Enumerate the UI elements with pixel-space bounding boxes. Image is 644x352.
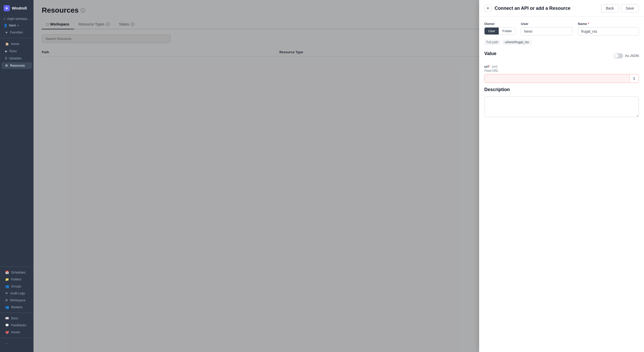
folders-label: Folders — [11, 278, 21, 281]
sidebar-item-audit-logs[interactable]: 👁 Audit Logs — [2, 290, 32, 297]
workspace-settings-label: Workspace — [10, 298, 26, 302]
url-sub-label: Feed URL — [484, 69, 639, 73]
owner-user-button[interactable]: User — [485, 28, 499, 34]
modal-title: Connect an API or add a Resource — [495, 6, 570, 11]
schedules-label: Schedules — [11, 271, 26, 274]
feedbacks-icon: 💬 — [5, 323, 9, 327]
home-icon: 🏠 — [5, 42, 9, 46]
divider-1 — [0, 38, 33, 38]
main-content: Resources i □ Workspace Resource Types i… — [33, 0, 644, 352]
url-label: url* (uri) — [484, 65, 639, 68]
url-required-indicator: * — [489, 65, 490, 68]
value-section: Value As JSON url* (uri) — [484, 51, 639, 83]
workspace-item[interactable]: □ virgin-workspa... — [0, 15, 33, 22]
close-icon: ✕ — [486, 6, 489, 10]
workspace-icon: □ — [4, 17, 5, 21]
app-logo: Windmill — [0, 3, 33, 15]
name-required-indicator: * — [588, 22, 589, 26]
sidebar-item-folders[interactable]: 📁 Folders — [2, 276, 32, 283]
url-label-text: url — [484, 65, 489, 68]
sidebar: Windmill □ virgin-workspa... 👤 henri ▾ ★… — [0, 0, 33, 352]
divider-3 — [0, 313, 33, 313]
docs-icon: 📖 — [5, 316, 9, 320]
sidebar-item-resources[interactable]: ⚙ Resources — [2, 62, 32, 69]
issues-label: Issues — [11, 330, 20, 334]
user-field-group: User — [521, 22, 573, 36]
sidebar-item-docs[interactable]: 📖 Docs — [2, 315, 32, 322]
audit-logs-label: Audit Logs — [10, 292, 25, 295]
url-input[interactable] — [484, 74, 630, 83]
as-json-toggle[interactable] — [614, 53, 623, 58]
resources-icon: ⚙ — [5, 64, 8, 67]
name-field-group: Name * — [578, 22, 639, 36]
url-input-row: $ — [484, 74, 639, 83]
workspace-label: virgin-workspa... — [7, 17, 29, 21]
url-type-hint: (uri) — [492, 65, 497, 68]
docs-label: Docs — [11, 316, 18, 320]
groups-label: Groups — [11, 285, 21, 288]
owner-folder-button[interactable]: Folder — [499, 28, 515, 34]
owner-field-group: Owner User Folder — [484, 22, 516, 35]
favorites-label: Favorites — [10, 31, 23, 34]
divider-4 — [0, 338, 33, 338]
workers-icon: 👥 — [5, 305, 9, 309]
runs-label: Runs — [10, 49, 17, 53]
user-item[interactable]: 👤 henri ▾ — [0, 22, 33, 29]
runs-icon: ▶ — [5, 49, 7, 53]
modal-overlay: ✕ Connect an API or add a Resource Back … — [33, 0, 644, 352]
as-json-label: As JSON — [625, 54, 639, 58]
sidebar-item-workers[interactable]: 👥 Workers — [2, 304, 32, 311]
value-header: Value As JSON — [484, 51, 639, 60]
name-label-text: Name — [578, 22, 587, 26]
description-title: Description — [484, 87, 639, 92]
sidebar-item-groups[interactable]: 👥 Groups — [2, 283, 32, 290]
back-button[interactable]: Back — [601, 4, 619, 12]
app-name: Windmill — [12, 6, 27, 10]
value-section-title: Value — [484, 51, 496, 56]
save-button[interactable]: Save — [621, 4, 639, 12]
modal-title-row: ✕ Connect an API or add a Resource — [484, 5, 570, 12]
sidebar-item-workspace[interactable]: ⚙ Workspace — [2, 297, 32, 304]
modal-header: ✕ Connect an API or add a Resource Back … — [479, 0, 644, 17]
owner-label: Owner — [484, 22, 516, 26]
url-variable-button[interactable]: $ — [630, 74, 639, 83]
name-label: Name * — [578, 22, 639, 26]
owner-toggle: User Folder — [484, 27, 516, 35]
description-section: Description — [484, 87, 639, 118]
sidebar-item-favorites[interactable]: ★ Favorites — [2, 29, 32, 36]
workspace-settings-icon: ⚙ — [5, 298, 8, 302]
user-caret: ▾ — [18, 24, 19, 27]
variables-icon: $ — [5, 57, 7, 60]
as-json-row: As JSON — [614, 53, 639, 58]
description-textarea[interactable] — [484, 96, 639, 117]
sidebar-item-feedbacks[interactable]: 💬 Feedbacks — [2, 322, 32, 329]
sidebar-item-variables[interactable]: $ Variables — [2, 55, 32, 62]
user-icon: 👤 — [4, 24, 7, 27]
sidebar-back-button[interactable]: ← — [2, 340, 32, 347]
workers-label: Workers — [11, 305, 22, 309]
resources-label: Resources — [10, 64, 25, 67]
full-path-value: u/henri/frugal_rss — [502, 40, 531, 45]
groups-icon: 👥 — [5, 285, 9, 288]
variables-label: Variables — [9, 57, 22, 60]
audit-logs-icon: 👁 — [5, 292, 8, 295]
modal-body: Owner User Folder User Name * — [479, 17, 644, 352]
schedules-icon: 📅 — [5, 271, 9, 274]
toggle-knob — [614, 54, 618, 58]
sidebar-item-runs[interactable]: ▶ Runs — [2, 48, 32, 55]
full-path-row: Full path u/henri/frugal_rss — [484, 40, 639, 45]
full-path-label: Full path — [484, 40, 500, 45]
name-input[interactable] — [578, 27, 639, 36]
owner-name-row: Owner User Folder User Name * — [484, 22, 639, 36]
sidebar-item-schedules[interactable]: 📅 Schedules — [2, 269, 32, 276]
issues-icon: 🐙 — [5, 330, 9, 334]
user-input[interactable] — [521, 27, 573, 36]
sidebar-item-issues[interactable]: 🐙 Issues — [2, 329, 32, 336]
modal-close-button[interactable]: ✕ — [484, 5, 492, 12]
user-label: henri — [9, 24, 16, 27]
variable-icon: $ — [633, 76, 635, 81]
user-label-field: User — [521, 22, 573, 26]
sidebar-item-home[interactable]: 🏠 Home — [2, 41, 32, 47]
logo-icon — [4, 5, 10, 11]
feedbacks-label: Feedbacks — [11, 323, 26, 327]
